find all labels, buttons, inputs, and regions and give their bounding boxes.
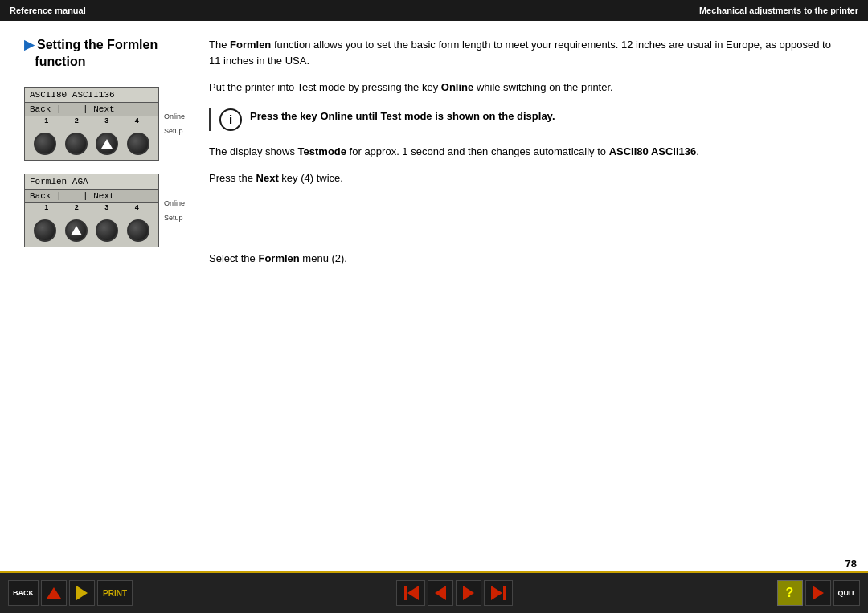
section-arrow: ▶: [24, 38, 34, 51]
toolbar-left-group: BACK PRINT: [8, 580, 133, 606]
diagram1-online-label: Online: [164, 112, 185, 121]
para5: Select the Formlen menu (2).: [209, 251, 844, 267]
header-bar: Reference manual Mechanical adjustments …: [0, 0, 868, 21]
diagram1-btn1[interactable]: [34, 133, 56, 155]
page-number: 78: [845, 558, 857, 570]
nav-prev-icon: [435, 586, 446, 600]
diagram1-btn3[interactable]: [96, 133, 118, 155]
info-box: i Press the key Online until Test mode i…: [209, 108, 844, 131]
section-title: ▶Setting the Formlen function: [24, 37, 185, 71]
diagram2-btn2[interactable]: [65, 219, 88, 242]
nav-next-button[interactable]: [456, 580, 481, 606]
para2: Put the printer into Test mode by pressi…: [209, 80, 844, 96]
printer-diagram-1-wrapper: ASCII80 ASCII136 Back | | Next 1 2 3 4: [24, 87, 185, 161]
diagram1-btn3-arrow: [101, 139, 113, 149]
diagram2-line1: Formlen AGA: [25, 174, 158, 190]
printer-diagram-2: Formlen AGA Back | | Next 1 2 3 4: [24, 174, 159, 247]
nav-next-icon: [463, 586, 474, 600]
diagram2-btn1[interactable]: [34, 219, 56, 242]
back-right-button[interactable]: [69, 580, 95, 606]
para1: The Formlen function allows you to set t…: [209, 37, 844, 68]
nav-skip-start-button[interactable]: [396, 580, 425, 606]
back-right-arrow-icon: [76, 586, 88, 600]
info-text: Press the key Online until Test mode is …: [250, 108, 555, 125]
diagram2-btn4[interactable]: [127, 219, 149, 242]
diagram2-buttons: [25, 215, 158, 247]
help-button[interactable]: ?: [777, 580, 803, 606]
para4: Press the Next key (4) twice.: [209, 170, 844, 186]
toolbar-center-group: [396, 580, 513, 606]
nav-prev-button[interactable]: [428, 580, 453, 606]
info-icon: i: [219, 108, 242, 131]
printer-diagram-2-wrapper: Formlen AGA Back | | Next 1 2 3 4: [24, 174, 185, 247]
diagram2-btn3[interactable]: [96, 219, 118, 242]
printer-diagrams: ASCII80 ASCII136 Back | | Next 1 2 3 4: [24, 87, 185, 247]
quit-arrow-button[interactable]: [805, 580, 831, 606]
footer-toolbar: BACK PRINT: [0, 573, 868, 613]
quit-arrow-icon: [813, 586, 824, 600]
diagram1-setup-label: Setup: [164, 127, 185, 135]
diagram2-online-label: Online: [164, 199, 185, 207]
printer-diagram-1: ASCII80 ASCII136 Back | | Next 1 2 3 4: [24, 87, 159, 161]
back-up-arrow-icon: [47, 587, 61, 599]
diagram1-labels: 1 2 3 4: [25, 116, 158, 128]
diagram2-setup-label: Setup: [164, 214, 185, 222]
diagram2-btn2-arrow: [71, 226, 82, 235]
diagram2-labels: 1 2 3 4: [25, 203, 158, 215]
diagram1-btn2[interactable]: [65, 133, 88, 155]
header-right: Mechanical adjustments to the printer: [699, 6, 858, 15]
print-label: PRINT: [97, 580, 133, 606]
back-up-button[interactable]: [41, 580, 67, 606]
quit-label: QUIT: [833, 580, 861, 606]
diagram1-btn4[interactable]: [127, 133, 149, 155]
header-left: Reference manual: [10, 6, 86, 15]
main-content: ▶Setting the Formlen function ASCII80 AS…: [0, 21, 868, 573]
nav-skip-end-button[interactable]: [484, 580, 513, 606]
diagram1-line2: Back | | Next: [25, 103, 158, 116]
back-label: BACK: [8, 580, 39, 606]
nav-skip-start-icon: [403, 586, 419, 600]
diagram1-line1: ASCII80 ASCII136: [25, 88, 158, 103]
nav-skip-end-icon: [491, 586, 506, 600]
diagram1-side-labels: Online Setup: [164, 112, 185, 135]
toolbar-right-group: ? QUIT: [777, 580, 861, 606]
diagram2-side-labels: Online Setup: [164, 199, 185, 222]
left-column: ▶Setting the Formlen function ASCII80 AS…: [24, 37, 185, 557]
para3: The display shows Testmode for approx. 1…: [209, 144, 844, 160]
diagram2-line2: Back | | Next: [25, 190, 158, 203]
diagram1-buttons: [25, 128, 158, 160]
right-column: The Formlen function allows you to set t…: [201, 37, 844, 557]
